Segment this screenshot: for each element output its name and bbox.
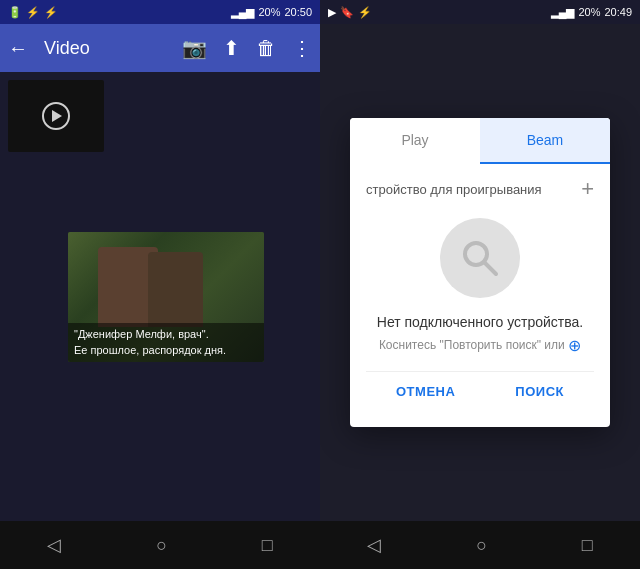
dialog-body: стройство для проигрывания + Нет подключ…: [350, 164, 610, 427]
more-button[interactable]: ⋮: [292, 36, 312, 60]
bookmark-icon-right: 🔖: [340, 6, 354, 19]
search-icon-large: [458, 236, 502, 280]
device-row: стройство для проигрывания +: [366, 176, 594, 202]
signal-icon-right: ▂▄▆: [551, 6, 575, 19]
wifi-icon: ⚡: [44, 6, 58, 19]
search-icon-container: [366, 218, 594, 298]
play-triangle-icon: [52, 110, 62, 122]
retry-label: Коснитесь "Повторить поиск" или: [379, 338, 565, 352]
retry-plus-icon[interactable]: ⊕: [568, 337, 581, 354]
nav-recent-left[interactable]: □: [262, 535, 273, 556]
no-device-text: Нет подключенного устройства.: [366, 314, 594, 330]
device-label: стройство для проигрывания: [366, 182, 542, 197]
left-panel: 🔋 ⚡ ⚡ ▂▄▆ 20% 20:50 ← Video 📷 ⬆ 🗑 ⋮: [0, 0, 320, 569]
status-right-info-left: ▂▄▆ 20% 20:50: [231, 6, 312, 19]
add-device-button[interactable]: +: [581, 176, 594, 202]
battery-percent-left: 20%: [258, 6, 280, 18]
svg-line-1: [484, 262, 496, 274]
status-bar-left: 🔋 ⚡ ⚡ ▂▄▆ 20% 20:50: [0, 0, 320, 24]
scene-figure2: [148, 252, 203, 327]
app-title: Video: [44, 38, 166, 59]
dialog-tabs: Play Beam: [350, 118, 610, 164]
camera-button[interactable]: 📷: [182, 36, 207, 60]
video-caption: "Дженифер Мелфи, врач". Ее прошлое, расп…: [68, 323, 264, 362]
search-circle: [440, 218, 520, 298]
video-content: "Дженифер Мелфи, врач". Ее прошлое, расп…: [0, 72, 320, 521]
app-bar: ← Video 📷 ⬆ 🗑 ⋮: [0, 24, 320, 72]
nav-back-right[interactable]: ◁: [367, 534, 381, 556]
signal-icon: ▂▄▆: [231, 6, 255, 19]
cancel-button[interactable]: ОТМЕНА: [380, 380, 471, 403]
nav-home-left[interactable]: ○: [156, 535, 167, 556]
caption-line2: Ее прошлое, распорядок дня.: [74, 343, 258, 358]
time-right: 20:49: [604, 6, 632, 18]
status-bar-right: ▶ 🔖 ⚡ ▂▄▆ 20% 20:49: [320, 0, 640, 24]
search-button[interactable]: ПОИСК: [499, 380, 580, 403]
nav-bar-left: ◁ ○ □: [0, 521, 320, 569]
cast-dialog: Play Beam стройство для проигрывания +: [350, 118, 610, 427]
video-thumbnail-top[interactable]: [8, 80, 104, 152]
nav-home-right[interactable]: ○: [476, 535, 487, 556]
nav-back-left[interactable]: ◁: [47, 534, 61, 556]
tab-play[interactable]: Play: [350, 118, 480, 164]
back-button[interactable]: ←: [8, 37, 28, 60]
media-icon-right: ▶: [328, 6, 336, 19]
share-button[interactable]: ⬆: [223, 36, 240, 60]
caption-line1: "Дженифер Мелфи, врач".: [74, 327, 258, 342]
nav-recent-right[interactable]: □: [582, 535, 593, 556]
status-left-icons: 🔋 ⚡ ⚡: [8, 6, 58, 19]
tab-beam[interactable]: Beam: [480, 118, 610, 164]
battery-icon-left: 🔋: [8, 6, 22, 19]
battery-right: 20%: [578, 6, 600, 18]
usb-icon-right: ⚡: [358, 6, 372, 19]
dialog-overlay: Play Beam стройство для проигрывания +: [320, 24, 640, 521]
retry-text: Коснитесь "Повторить поиск" или ⊕: [366, 336, 594, 355]
video-thumbnail-bottom[interactable]: "Дженифер Мелфи, врач". Ее прошлое, расп…: [68, 232, 264, 362]
time-left: 20:50: [284, 6, 312, 18]
right-panel: ▶ 🔖 ⚡ ▂▄▆ 20% 20:49 Play Beam стройство …: [320, 0, 640, 569]
dialog-actions: ОТМЕНА ПОИСК: [366, 371, 594, 415]
play-circle: [42, 102, 70, 130]
bluetooth-icon: ⚡: [26, 6, 40, 19]
nav-bar-right: ◁ ○ □: [320, 521, 640, 569]
delete-button[interactable]: 🗑: [256, 37, 276, 60]
